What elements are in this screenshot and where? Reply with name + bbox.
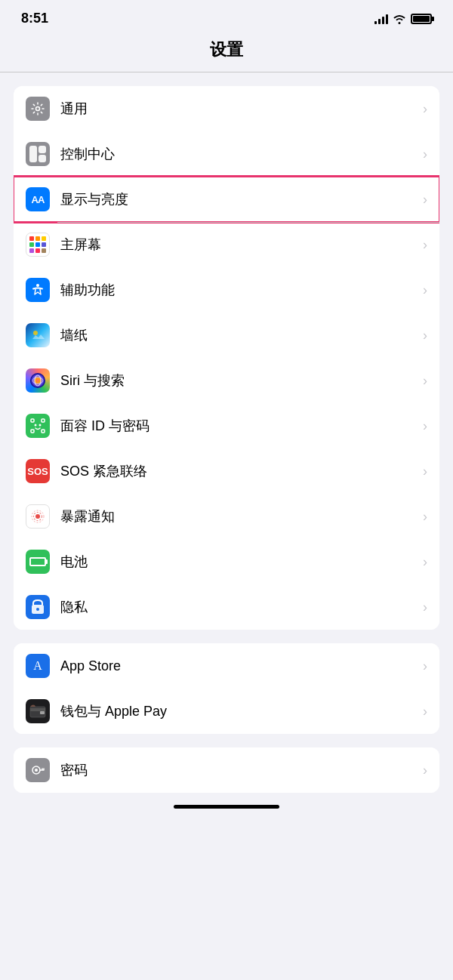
signal-icon [374, 14, 388, 24]
settings-group-1: 通用 › 控制中心 › AA 显示与亮度 › [14, 86, 439, 630]
settings-row-mima[interactable]: 密码 › [14, 747, 439, 793]
fuzhugongneng-icon [26, 278, 50, 302]
dianci-icon [26, 550, 50, 574]
mima-label: 密码 [60, 761, 423, 779]
appstore-icon: A [26, 654, 50, 678]
siri-label: Siri 与搜索 [60, 371, 423, 390]
mianrong-label: 面容 ID 与密码 [60, 417, 423, 435]
settings-row-fuzhugongneng[interactable]: 辅助功能 › [14, 267, 439, 313]
home-bar [174, 805, 279, 809]
svg-rect-19 [30, 708, 45, 711]
zhupingmu-icon [26, 233, 50, 257]
settings-row-siri[interactable]: Siri 与搜索 › [14, 358, 439, 403]
settings-row-yinsi[interactable]: 隐私 › [14, 584, 439, 630]
wifi-icon [393, 14, 406, 24]
status-time: 8:51 [21, 11, 48, 26]
page-title: 设置 [0, 32, 453, 72]
svg-rect-7 [42, 419, 45, 422]
settings-row-kongzhi[interactable]: 控制中心 › [14, 131, 439, 177]
zhuzhi-label: 墙纸 [60, 326, 423, 344]
settings-row-tongyong[interactable]: 通用 › [14, 86, 439, 131]
xianshi-label: 显示与亮度 [60, 190, 423, 208]
svg-rect-6 [31, 419, 34, 422]
svg-point-2 [33, 331, 38, 335]
siri-icon [26, 368, 50, 393]
svg-rect-20 [40, 711, 45, 714]
dianci-label: 电池 [60, 553, 423, 571]
settings-row-mianrong[interactable]: 面容 ID 与密码 › [14, 403, 439, 448]
baolu-label: 暴露通知 [60, 507, 423, 525]
mima-chevron: › [423, 763, 427, 778]
zhuzhi-icon [26, 323, 50, 347]
battery-icon [411, 14, 432, 24]
appstore-label: App Store [60, 658, 423, 674]
settings-row-zhuzhi[interactable]: 墙纸 › [14, 313, 439, 358]
yinsi-chevron: › [423, 599, 427, 615]
svg-point-0 [36, 107, 40, 111]
sos-chevron: › [423, 464, 427, 479]
kongzhi-icon [26, 142, 50, 166]
siri-chevron: › [423, 373, 427, 389]
settings-row-sos[interactable]: SOS SOS 紧急联络 › [14, 448, 439, 494]
qianbao-label: 钱包与 Apple Pay [60, 702, 423, 720]
svg-point-12 [35, 514, 40, 519]
fuzhugongneng-chevron: › [423, 282, 427, 298]
svg-point-16 [36, 608, 39, 611]
zhupingmu-chevron: › [423, 237, 427, 253]
tongyong-icon [26, 97, 50, 121]
sos-label: SOS 紧急联络 [60, 462, 423, 480]
mianrong-icon [26, 414, 50, 438]
settings-row-zhupingmu[interactable]: 主屏幕 › [14, 222, 439, 267]
kongzhi-label: 控制中心 [60, 145, 423, 163]
yinsi-icon [26, 595, 50, 619]
status-bar: 8:51 [0, 0, 453, 32]
settings-row-xianshi[interactable]: AA 显示与亮度 › [14, 177, 439, 222]
settings-row-baolu[interactable]: 暴露通知 › [14, 494, 439, 539]
dianci-chevron: › [423, 554, 427, 570]
appstore-chevron: › [423, 658, 427, 674]
settings-group-3: 密码 › [14, 747, 439, 793]
mianrong-chevron: › [423, 418, 427, 434]
qianbao-chevron: › [423, 704, 427, 720]
svg-rect-8 [31, 430, 34, 433]
svg-text:A: A [33, 659, 42, 672]
tongyong-chevron: › [423, 101, 427, 117]
zhupingmu-label: 主屏幕 [60, 236, 423, 254]
title-divider [0, 72, 453, 72]
xianshi-chevron: › [423, 192, 427, 208]
zhuzhi-chevron: › [423, 328, 427, 344]
settings-row-qianbao[interactable]: 钱包与 Apple Pay › [14, 689, 439, 734]
mima-icon [26, 758, 50, 782]
svg-point-10 [35, 424, 37, 427]
baolu-icon [26, 504, 50, 529]
baolu-chevron: › [423, 509, 427, 525]
kongzhi-chevron: › [423, 146, 427, 162]
svg-point-11 [39, 424, 42, 427]
settings-row-dianci[interactable]: 电池 › [14, 539, 439, 584]
qianbao-icon [26, 699, 50, 723]
status-icons [374, 14, 432, 24]
sos-icon: SOS [26, 459, 50, 483]
fuzhugongneng-label: 辅助功能 [60, 281, 423, 299]
svg-point-22 [35, 769, 38, 772]
tongyong-label: 通用 [60, 100, 423, 118]
svg-point-1 [36, 284, 39, 287]
xianshi-icon: AA [26, 187, 50, 211]
svg-rect-9 [42, 430, 45, 433]
yinsi-label: 隐私 [60, 598, 423, 616]
settings-group-2: A App Store › 钱包与 Apple Pay › [14, 643, 439, 734]
settings-row-appstore[interactable]: A App Store › [14, 643, 439, 689]
